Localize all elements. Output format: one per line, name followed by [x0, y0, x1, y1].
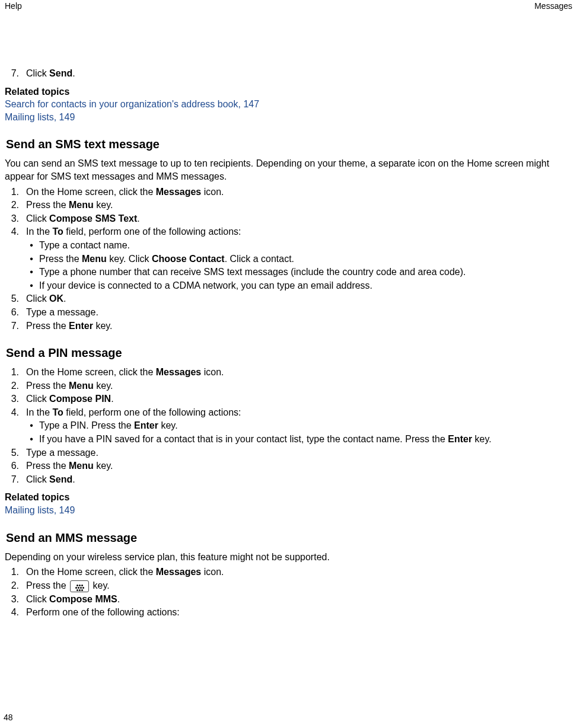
page-content: 7. Click Send. Related topics Search for… [5, 67, 572, 619]
list-text: On the Home screen, click the Messages i… [21, 566, 572, 579]
list-text: Click Compose MMS. [21, 593, 572, 606]
list-text: Click Compose SMS Text. [21, 212, 572, 225]
header-right: Messages [534, 1, 572, 11]
list-number: 6. [5, 306, 19, 319]
list-text: Click Send. [21, 67, 572, 80]
list-item: 2. Press the key. [5, 579, 572, 592]
list-item: 7.Click Send. [5, 473, 572, 486]
ordered-list: 5.Click OK.6.Type a message.7.Press the … [5, 292, 572, 332]
list-item: 1. On the Home screen, click the Message… [5, 566, 572, 579]
list-item: 1.On the Home screen, click the Messages… [5, 366, 572, 379]
bullet-list: •Type a contact name.•Press the Menu key… [5, 239, 572, 292]
bullet-icon: • [27, 239, 36, 252]
list-text: Press the Menu key. Click Choose Contact… [36, 253, 572, 266]
list-number: 3. [5, 392, 19, 405]
list-number: 2. [5, 379, 19, 392]
list-item: •Type a phone number that can receive SM… [5, 266, 572, 279]
related-topics-heading: Related topics [5, 491, 572, 504]
list-number: 3. [5, 593, 19, 606]
list-item: 3.Click Compose PIN. [5, 392, 572, 405]
document-page: Help Messages 7. Click Send. Related top… [0, 0, 577, 728]
ordered-list: 3.Click Compose MMS.4.Perform one of the… [5, 593, 572, 619]
list-text: Click Compose PIN. [21, 392, 572, 405]
list-item: 2.Press the Menu key. [5, 199, 572, 212]
list-text: On the Home screen, click the Messages i… [21, 366, 572, 379]
list-number: 1. [5, 186, 19, 199]
bullet-icon: • [27, 419, 36, 432]
list-text: Type a phone number that can receive SMS… [36, 266, 572, 279]
list-number: 5. [5, 446, 19, 459]
list-number: 4. [5, 225, 19, 238]
list-item: 7.Press the Enter key. [5, 320, 572, 333]
list-text: In the To field, perform one of the foll… [21, 225, 572, 238]
bullet-icon: • [27, 433, 36, 446]
list-text: On the Home screen, click the Messages i… [21, 186, 572, 199]
list-text: Click OK. [21, 292, 572, 305]
list-text: If you have a PIN saved for a contact th… [36, 433, 572, 446]
list-text: In the To field, perform one of the foll… [21, 406, 572, 419]
list-item: •Press the Menu key. Click Choose Contac… [5, 253, 572, 266]
list-number: 4. [5, 406, 19, 419]
related-topics-links: Mailing lists, 149 [5, 504, 572, 517]
list-item: 5.Type a message. [5, 446, 572, 459]
list-number: 1. [5, 566, 19, 579]
doc-link[interactable]: Search for contacts in your organization… [5, 98, 572, 111]
list-number: 4. [5, 606, 19, 619]
list-number: 2. [5, 579, 19, 592]
related-topics-heading: Related topics [5, 85, 572, 98]
list-item: 6.Press the Menu key. [5, 459, 572, 472]
list-item: 3.Click Compose MMS. [5, 593, 572, 606]
list-text: Press the Menu key. [21, 459, 572, 472]
list-item: 2.Press the Menu key. [5, 379, 572, 392]
list-text: Type a contact name. [36, 239, 572, 252]
list-text: Press the key. [21, 579, 572, 592]
list-text: If your device is connected to a CDMA ne… [36, 279, 572, 292]
list-item: •Type a contact name. [5, 239, 572, 252]
list-text: Type a message. [21, 306, 572, 319]
section-heading-sms: Send an SMS text message [5, 136, 572, 152]
bullet-list: •Type a PIN. Press the Enter key.•If you… [5, 419, 572, 445]
bullet-icon: • [27, 253, 36, 266]
bullet-icon: • [27, 279, 36, 292]
blackberry-dots-icon [75, 582, 84, 589]
section-intro: You can send an SMS text message to up t… [5, 157, 572, 183]
doc-link[interactable]: Mailing lists, 149 [5, 504, 572, 517]
list-text: Click Send. [21, 473, 572, 486]
list-item: 6.Type a message. [5, 306, 572, 319]
list-text: Perform one of the following actions: [21, 606, 572, 619]
section-heading-pin: Send a PIN message [5, 345, 572, 361]
ordered-list: 5.Type a message.6.Press the Menu key.7.… [5, 446, 572, 486]
list-number: 5. [5, 292, 19, 305]
list-item: •If your device is connected to a CDMA n… [5, 279, 572, 292]
list-text: Type a PIN. Press the Enter key. [36, 419, 572, 432]
section-intro: Depending on your wireless service plan,… [5, 551, 572, 564]
text-post: key. [93, 580, 109, 590]
header-left: Help [5, 1, 22, 11]
list-number: 2. [5, 199, 19, 212]
list-number: 7. [5, 320, 19, 333]
list-item: 7. Click Send. [5, 67, 572, 80]
menu-key-icon [70, 580, 89, 592]
list-item: 5.Click OK. [5, 292, 572, 305]
list-item: •If you have a PIN saved for a contact t… [5, 433, 572, 446]
list-item: •Type a PIN. Press the Enter key. [5, 419, 572, 432]
section-heading-mms: Send an MMS message [5, 530, 572, 546]
list-number: 1. [5, 366, 19, 379]
text-pre: Press the [26, 580, 69, 590]
ordered-list: 1.On the Home screen, click the Messages… [5, 186, 572, 238]
page-number: 48 [4, 713, 13, 722]
list-text: Press the Menu key. [21, 379, 572, 392]
page-header: Help Messages [5, 0, 572, 11]
list-text: Type a message. [21, 446, 572, 459]
ordered-list: 1.On the Home screen, click the Messages… [5, 366, 572, 419]
doc-link[interactable]: Mailing lists, 149 [5, 111, 572, 124]
list-item: 4.In the To field, perform one of the fo… [5, 406, 572, 419]
list-number: 6. [5, 459, 19, 472]
list-number: 7. [5, 473, 19, 486]
list-text: Press the Menu key. [21, 199, 572, 212]
list-item: 3.Click Compose SMS Text. [5, 212, 572, 225]
list-item: 1.On the Home screen, click the Messages… [5, 186, 572, 199]
list-item: 4.Perform one of the following actions: [5, 606, 572, 619]
related-topics-links: Search for contacts in your organization… [5, 98, 572, 123]
bullet-icon: • [27, 266, 36, 279]
